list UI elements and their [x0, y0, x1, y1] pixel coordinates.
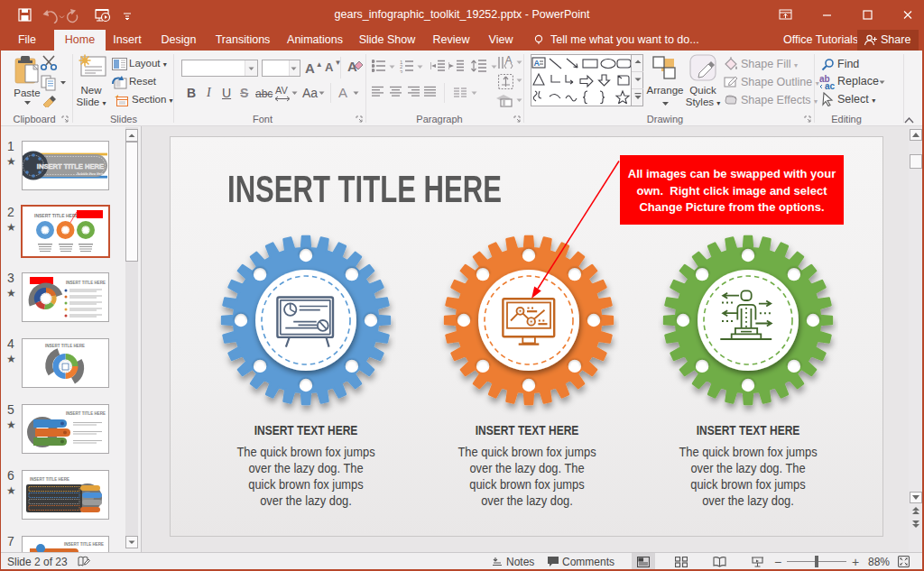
svg-text:INSERT TITLE HERE: INSERT TITLE HERE — [66, 281, 106, 285]
svg-text:3: 3 — [400, 69, 403, 74]
svg-text:A: A — [534, 59, 541, 68]
svg-text:INSERT TITLE HERE: INSERT TITLE HERE — [64, 542, 104, 547]
svg-text:Subtitle Here Here: Subtitle Here Here — [77, 172, 104, 176]
svg-text:INSERT TITLE HERE: INSERT TITLE HERE — [30, 477, 69, 482]
svg-text:INSERT TITLE HERE: INSERT TITLE HERE — [34, 213, 79, 218]
svg-text:ac: ac — [825, 81, 836, 89]
svg-text:INSERT TITLE HERE: INSERT TITLE HERE — [66, 411, 106, 416]
svg-text:INSERT TITLE HERE: INSERT TITLE HERE — [45, 344, 85, 348]
svg-text:INSERT TITLE HERE: INSERT TITLE HERE — [37, 162, 104, 170]
